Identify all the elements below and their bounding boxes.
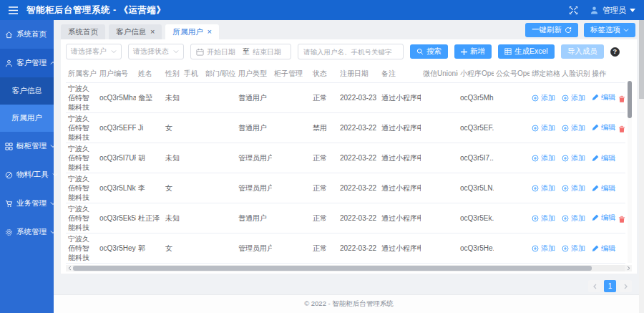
customer-select[interactable]: 请选择客户 bbox=[66, 44, 122, 59]
scrollbar-thumb[interactable] bbox=[628, 81, 632, 118]
cell-unionid bbox=[421, 143, 458, 173]
circle-plus-icon bbox=[532, 155, 539, 162]
edit-link[interactable]: 编辑 bbox=[592, 183, 615, 193]
bind-box-add-link[interactable]: 添加 bbox=[532, 93, 555, 103]
cell-name: Ji bbox=[136, 113, 163, 143]
bind-box-add-link[interactable]: 添加 bbox=[532, 123, 555, 133]
sidebar-item-label: 物料/工具 bbox=[16, 170, 49, 180]
import-members-button[interactable]: 导入成员 bbox=[561, 44, 604, 59]
sidebar-subitem-customer-info[interactable]: 客户信息 bbox=[0, 77, 54, 105]
tab-customer-info[interactable]: 客户信息 × bbox=[109, 24, 162, 39]
users-table: 所属客户 用户编号 姓名 性别 手机 部门/职位 用户类型 柜子管理 状态 注册… bbox=[66, 65, 625, 264]
user-name: 管理员 bbox=[602, 5, 626, 16]
bind-box-add-link[interactable]: 添加 bbox=[532, 213, 555, 223]
sidebar-subitem-users[interactable]: 所属用户 bbox=[0, 105, 54, 132]
scrollbar-track[interactable] bbox=[73, 265, 625, 271]
delete-button[interactable] bbox=[618, 125, 625, 133]
search-button[interactable]: 搜索 bbox=[410, 44, 448, 59]
scroll-left-icon[interactable] bbox=[66, 265, 73, 271]
footer: © 2022 - 智能柜后台管理系统 bbox=[54, 294, 644, 313]
cell-gender: 女 bbox=[163, 173, 182, 203]
grid-icon bbox=[5, 143, 13, 150]
cell-official-openid bbox=[494, 113, 530, 143]
sidebar-item-business-mgmt[interactable]: 业务管理 bbox=[0, 189, 54, 218]
end-date-input[interactable] bbox=[253, 48, 286, 56]
chevron-down-icon bbox=[173, 49, 179, 54]
bind-box-add-link[interactable]: 添加 bbox=[532, 244, 555, 254]
face-add-link[interactable]: 添加 bbox=[562, 153, 585, 163]
cell-status: 正常 bbox=[311, 173, 338, 203]
menu-collapse-icon[interactable] bbox=[9, 6, 18, 14]
cell-miniapp-openid: ocQ3r5I7... bbox=[458, 143, 494, 173]
edit-link[interactable]: 编辑 bbox=[592, 153, 615, 163]
cell-user-no: ocQ3r5EFFC... bbox=[97, 113, 136, 143]
tab-system-home[interactable]: 系统首页 bbox=[61, 24, 105, 39]
table-vertical-scrollbar[interactable] bbox=[628, 81, 632, 263]
close-tab-icon[interactable]: × bbox=[207, 28, 211, 36]
scrollbar-thumb[interactable] bbox=[73, 266, 592, 271]
add-user-button[interactable]: 新增 bbox=[454, 44, 492, 59]
sidebar-item-home[interactable]: 系统首页 bbox=[0, 20, 54, 49]
pencil-icon bbox=[592, 214, 599, 221]
help-icon[interactable]: ? bbox=[610, 47, 620, 57]
cell-unionid bbox=[421, 83, 458, 113]
face-add-link[interactable]: 添加 bbox=[562, 213, 585, 223]
home-icon bbox=[5, 31, 13, 39]
keyword-input[interactable] bbox=[298, 44, 404, 59]
fullscreen-icon[interactable] bbox=[569, 6, 578, 15]
scrollbar-thumb[interactable] bbox=[639, 20, 644, 99]
cell-status: 正常 bbox=[311, 233, 338, 264]
bind-box-add-link[interactable]: 添加 bbox=[532, 153, 555, 163]
cell-customer: 宁波久佰特智能科技 bbox=[66, 113, 97, 143]
tag-options-button[interactable]: 标签选项 bbox=[584, 23, 635, 37]
sidebar-item-materials-tools[interactable]: 物料/工具 bbox=[0, 160, 54, 189]
cell-status: 禁用 bbox=[311, 113, 338, 143]
date-range-picker[interactable]: 至 bbox=[190, 44, 291, 59]
edit-link[interactable]: 编辑 bbox=[592, 213, 615, 223]
table-horizontal-scrollbar[interactable] bbox=[66, 265, 632, 271]
date-separator: 至 bbox=[243, 47, 250, 57]
generate-excel-button[interactable]: 生成Excel bbox=[498, 44, 555, 59]
tab-users[interactable]: 所属用户 × bbox=[165, 24, 218, 39]
circle-plus-icon bbox=[562, 245, 569, 252]
circle-plus-icon bbox=[532, 125, 539, 132]
pencil-icon bbox=[592, 185, 599, 192]
start-date-input[interactable] bbox=[207, 48, 240, 56]
delete-button[interactable] bbox=[618, 95, 625, 103]
chevron-down-icon bbox=[111, 49, 117, 54]
bind-box-add-link[interactable]: 添加 bbox=[532, 183, 555, 193]
page-number-button[interactable]: 1 bbox=[604, 280, 616, 292]
prev-page-button[interactable] bbox=[588, 280, 600, 292]
delete-button[interactable] bbox=[618, 216, 625, 223]
refresh-button[interactable]: 一键刷新 bbox=[525, 23, 578, 37]
edit-link[interactable]: 编辑 bbox=[592, 244, 615, 254]
edit-link[interactable]: 编辑 bbox=[592, 92, 615, 102]
face-add-link[interactable]: 添加 bbox=[562, 244, 585, 254]
cell-cabinet bbox=[272, 143, 311, 173]
face-add-link[interactable]: 添加 bbox=[562, 123, 585, 133]
window-scrollbar[interactable] bbox=[639, 20, 644, 313]
pagination: 1 bbox=[54, 280, 632, 292]
edit-link[interactable]: 编辑 bbox=[592, 122, 615, 133]
table-row: 宁波久佰特智能科技 ocQ3r5Ek58... 杜正泽 未知 普通用户 正常 2… bbox=[66, 203, 625, 233]
sidebar-item-system-mgmt[interactable]: 系统管理 bbox=[0, 218, 54, 246]
face-add-link[interactable]: 添加 bbox=[562, 93, 585, 103]
cell-dept bbox=[203, 173, 236, 203]
circle-plus-icon bbox=[532, 215, 539, 222]
user-menu[interactable]: 管理员 bbox=[590, 5, 635, 16]
cell-cabinet bbox=[272, 233, 311, 264]
cell-phone bbox=[182, 173, 203, 203]
sidebar-item-cabinet-mgmt[interactable]: 橱柜管理 bbox=[0, 132, 54, 160]
scroll-right-icon[interactable] bbox=[625, 265, 632, 271]
circle-plus-icon bbox=[532, 185, 539, 192]
cell-name: 李 bbox=[136, 173, 163, 203]
cell-miniapp-openid: ocQ3r5Mh... bbox=[458, 83, 494, 113]
next-page-button[interactable] bbox=[620, 280, 632, 292]
status-select[interactable]: 请选择状态 bbox=[128, 44, 184, 59]
face-add-link[interactable]: 添加 bbox=[562, 183, 585, 193]
cell-official-openid bbox=[494, 83, 530, 113]
cell-user-no: ocQ3r5HeyO... bbox=[97, 233, 136, 264]
sidebar-item-customer-mgmt[interactable]: 客户管理 bbox=[0, 49, 54, 77]
close-tab-icon[interactable]: × bbox=[150, 28, 155, 36]
topbar: 智能柜后台管理系统 - 《运营端》 管理员 bbox=[0, 0, 644, 20]
